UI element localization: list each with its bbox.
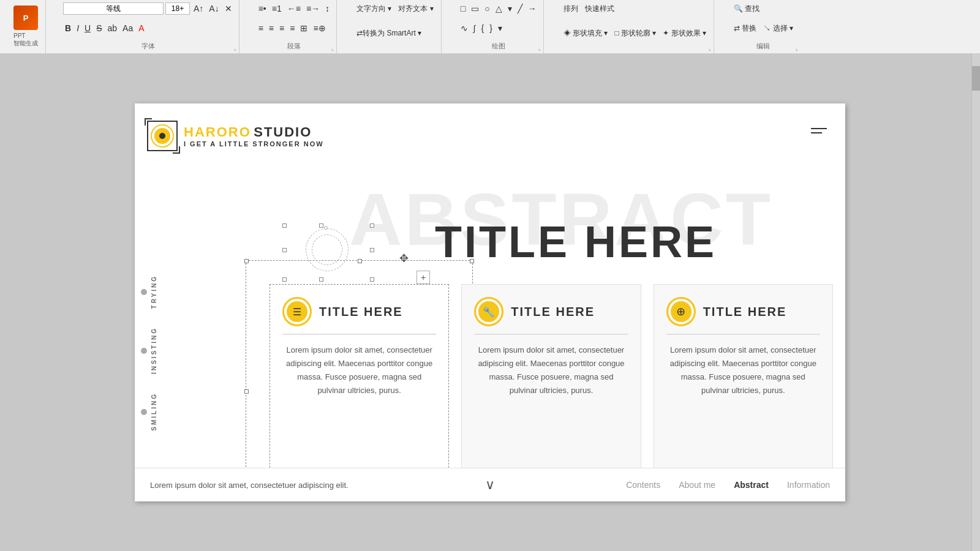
logo-dot bbox=[159, 133, 165, 139]
footer-nav-abstract[interactable]: Abstract bbox=[734, 480, 769, 490]
drawing-section-label: 绘图 bbox=[459, 42, 538, 51]
columns-button[interactable]: ⊞ bbox=[298, 22, 309, 34]
cards-area: ☰ TITLE HERE Lorem ipsum dolor sit amet,… bbox=[270, 284, 833, 492]
icon-selection-area bbox=[282, 223, 374, 282]
paragraph-expand-icon[interactable]: ⌞ bbox=[331, 45, 334, 51]
shape-outline-button[interactable]: □ 形状轮廓 ▾ bbox=[612, 27, 658, 40]
numbered-list-button[interactable]: ≡1 bbox=[270, 2, 284, 15]
clear-format[interactable]: ✕ bbox=[223, 2, 234, 15]
orbit-dot-top bbox=[324, 226, 328, 230]
bracket-button[interactable]: { bbox=[480, 22, 486, 34]
float-handle-tl[interactable] bbox=[282, 223, 287, 228]
float-handle-tr[interactable] bbox=[370, 223, 374, 228]
arrow-shape-button[interactable]: → bbox=[526, 2, 538, 15]
float-handle-bm[interactable] bbox=[319, 277, 323, 282]
italic-button[interactable]: I bbox=[75, 22, 81, 34]
align-right-button[interactable]: ≡ bbox=[277, 22, 286, 34]
align-left-button[interactable]: ≡ bbox=[257, 22, 265, 34]
shapes-row2-more[interactable]: ▾ bbox=[496, 22, 504, 34]
strikethrough-button[interactable]: S bbox=[94, 22, 104, 34]
footer-nav-information[interactable]: Information bbox=[787, 480, 830, 490]
handle-tl[interactable] bbox=[244, 259, 249, 263]
shape-effect-button[interactable]: ✦ 形状效果 ▾ bbox=[660, 27, 709, 40]
shapes-more[interactable]: ▾ bbox=[506, 2, 514, 15]
hamburger-line-1 bbox=[811, 128, 827, 129]
drawing-expand-icon[interactable]: ⌞ bbox=[538, 45, 541, 51]
justify-button[interactable]: ≡ bbox=[288, 22, 296, 34]
float-handle-br[interactable] bbox=[370, 277, 374, 282]
bullet-list-button[interactable]: ≡• bbox=[257, 2, 268, 15]
increase-indent-button[interactable]: ≡→ bbox=[304, 2, 322, 15]
footer-nav-aboutme[interactable]: About me bbox=[679, 480, 715, 490]
replace-button[interactable]: ⇄ 替换 bbox=[731, 22, 759, 35]
oval-shape-button[interactable]: ○ bbox=[483, 2, 491, 15]
handle-tm[interactable] bbox=[358, 259, 362, 263]
card-2-icon-circle: 🔧 bbox=[474, 297, 503, 326]
slide-footer: Lorem ipsum dolor sit amet, consectetuer… bbox=[135, 468, 845, 501]
text-direction-section: 文字方向 ▾ 对齐文本 ▾ ⇄转换为 SmartArt ▾ bbox=[349, 0, 442, 53]
float-handle-ml[interactable] bbox=[282, 248, 287, 252]
card-1-icon: ☰ bbox=[293, 306, 301, 318]
float-handle-bl[interactable] bbox=[282, 277, 287, 282]
text-direction-button[interactable]: 文字方向 ▾ bbox=[354, 2, 394, 15]
line-shape-button[interactable]: ╱ bbox=[516, 2, 524, 15]
logo-brand-haroro: HARORO bbox=[184, 124, 251, 140]
font-aa-button[interactable]: Aa bbox=[121, 22, 135, 34]
font-name-input[interactable] bbox=[63, 2, 164, 15]
scrollbar-right[interactable] bbox=[971, 54, 980, 551]
handle-ml[interactable] bbox=[244, 389, 249, 394]
side-labels: TRYING INSISTING SMILING bbox=[141, 275, 157, 431]
slide-container: HARORO STUDIO I GET A LITTLE STRONGER NO… bbox=[0, 54, 980, 551]
text-shadow-button[interactable]: ab bbox=[105, 22, 119, 34]
font-size-increase[interactable]: A↑ bbox=[192, 2, 205, 15]
rounded-rect-button[interactable]: ▭ bbox=[469, 2, 481, 15]
footer-text: Lorem ipsum dolor sit amet, consectetuer… bbox=[150, 481, 626, 490]
convert-smartart-button[interactable]: ⇄转换为 SmartArt ▾ bbox=[354, 27, 424, 40]
font-section-label: 字体 bbox=[63, 42, 234, 51]
underline-button[interactable]: U bbox=[83, 22, 92, 34]
rect-shape-button[interactable]: □ bbox=[459, 2, 467, 15]
ppt-label: PPT智能生成 bbox=[13, 32, 38, 48]
triangle-shape-button[interactable]: △ bbox=[494, 2, 504, 15]
footer-nav-contents[interactable]: Contents bbox=[626, 480, 660, 490]
line-spacing-button[interactable]: ↕ bbox=[323, 2, 331, 15]
card-1-header: ☰ TITLE HERE bbox=[282, 297, 436, 326]
align-center-button[interactable]: ≡ bbox=[267, 22, 276, 34]
freeform-button[interactable]: ∫ bbox=[472, 22, 478, 34]
quick-style-button[interactable]: 快速样式 bbox=[582, 2, 617, 15]
align-text-button[interactable]: 对齐文本 ▾ bbox=[396, 2, 435, 15]
footer-down-arrow[interactable]: ∨ bbox=[485, 477, 495, 493]
scrollbar-thumb[interactable] bbox=[972, 66, 980, 91]
card-1-divider bbox=[282, 334, 436, 335]
shape-fill-button[interactable]: ◈ 形状填充 ▾ bbox=[561, 27, 611, 40]
more-paragraph-button[interactable]: ≡⊕ bbox=[311, 22, 327, 34]
logo-brand: HARORO STUDIO bbox=[184, 124, 324, 140]
font-color-button[interactable]: A bbox=[137, 22, 146, 34]
card-2-body: Lorem ipsum dolor sit amet, consectetuer… bbox=[474, 343, 628, 397]
hamburger-menu[interactable] bbox=[811, 128, 827, 133]
font-expand-icon[interactable]: ⌞ bbox=[234, 45, 236, 51]
font-size-decrease[interactable]: A↓ bbox=[207, 2, 221, 15]
brace-button[interactable]: } bbox=[488, 22, 494, 34]
decrease-indent-button[interactable]: ←≡ bbox=[285, 2, 303, 15]
arrange-button[interactable]: 排列 bbox=[561, 2, 581, 15]
footer-nav: Contents About me Abstract Information bbox=[626, 480, 830, 490]
ppt-logo[interactable]: P PPT智能生成 bbox=[6, 0, 46, 53]
card-3[interactable]: ⊕ TITLE HERE Lorem ipsum dolor sit amet,… bbox=[654, 284, 833, 492]
logo-subtitle: I GET A LITTLE STRONGER NOW bbox=[184, 140, 324, 148]
bold-button[interactable]: B bbox=[63, 22, 73, 34]
float-handle-mr[interactable] bbox=[370, 248, 374, 252]
add-element-button[interactable]: + bbox=[417, 271, 430, 284]
font-size-input[interactable] bbox=[165, 2, 190, 15]
paragraph-section: ≡• ≡1 ←≡ ≡→ ↕ ≡ ≡ ≡ ≡ ⊞ ≡⊕ 段落 ⌞ bbox=[252, 0, 337, 53]
curve-button[interactable]: ∿ bbox=[459, 22, 470, 34]
card-2[interactable]: 🔧 TITLE HERE Lorem ipsum dolor sit amet,… bbox=[461, 284, 641, 492]
search-button[interactable]: 🔍 查找 bbox=[731, 2, 762, 15]
select-button[interactable]: ↘ 选择 ▾ bbox=[761, 22, 796, 35]
card-1[interactable]: ☰ TITLE HERE Lorem ipsum dolor sit amet,… bbox=[270, 284, 449, 492]
float-handle-tm[interactable] bbox=[319, 223, 323, 228]
edit-expand-icon[interactable]: ⌞ bbox=[796, 45, 798, 51]
arrange-expand-icon[interactable]: ⌞ bbox=[709, 45, 711, 51]
font-section: A↑ A↓ ✕ B I U S ab Aa A 字体 ⌞ bbox=[58, 0, 239, 53]
card-3-icon: ⊕ bbox=[676, 305, 685, 318]
